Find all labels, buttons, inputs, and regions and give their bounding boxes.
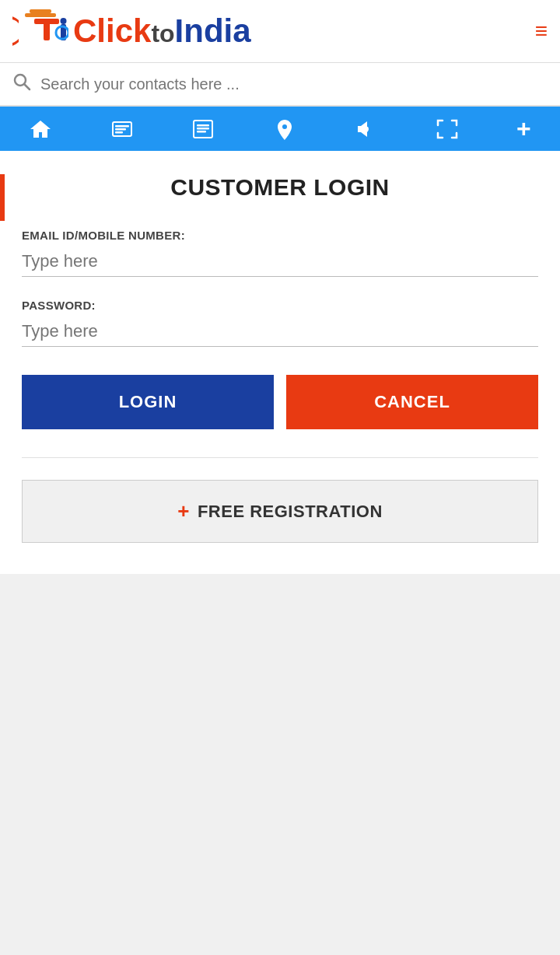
register-plus-icon: + xyxy=(177,499,190,523)
password-group: PASSWORD: xyxy=(22,299,538,347)
svg-rect-14 xyxy=(197,128,209,130)
register-label: FREE REGISTRATION xyxy=(198,502,383,522)
logo-area: Click to India xyxy=(12,8,251,54)
register-button[interactable]: + FREE REGISTRATION xyxy=(22,480,538,543)
svg-rect-15 xyxy=(197,131,206,133)
nav-more[interactable]: + xyxy=(516,114,531,143)
nav-home[interactable] xyxy=(29,118,52,140)
svg-rect-3 xyxy=(44,19,50,40)
nav-news[interactable] xyxy=(191,118,215,140)
logo-india: India xyxy=(175,15,251,47)
login-button[interactable]: LOGIN xyxy=(22,375,274,429)
svg-line-7 xyxy=(25,85,30,90)
nav-location[interactable] xyxy=(273,117,296,141)
divider xyxy=(22,457,538,458)
logo-text: Click to India xyxy=(73,15,251,47)
email-group: EMAIL ID/MOBILE NUMBER: xyxy=(22,229,538,277)
svg-rect-11 xyxy=(115,131,123,134)
logo-click: Click xyxy=(73,15,151,47)
password-input[interactable] xyxy=(22,317,538,347)
email-input[interactable] xyxy=(22,247,538,277)
search-input[interactable] xyxy=(40,75,548,93)
search-bar xyxy=(0,63,560,107)
hamburger-icon[interactable]: ≡ xyxy=(535,19,548,44)
action-buttons: LOGIN CANCEL xyxy=(22,375,538,429)
svg-rect-9 xyxy=(115,125,129,128)
nav-bar: + xyxy=(0,107,560,151)
svg-rect-10 xyxy=(115,128,126,131)
nav-scan[interactable] xyxy=(436,118,459,140)
page-title: CUSTOMER LOGIN xyxy=(22,174,538,201)
svg-rect-0 xyxy=(30,9,51,13)
logo-to: to xyxy=(151,21,174,46)
main-content: CUSTOMER LOGIN EMAIL ID/MOBILE NUMBER: P… xyxy=(0,151,560,574)
email-label: EMAIL ID/MOBILE NUMBER: xyxy=(22,229,538,242)
logo-svg-icon xyxy=(12,8,68,54)
svg-rect-13 xyxy=(197,124,209,127)
header: Click to India ≡ xyxy=(0,0,560,63)
bottom-space xyxy=(0,574,560,761)
search-icon xyxy=(12,72,31,96)
svg-rect-1 xyxy=(25,13,56,17)
nav-announce[interactable] xyxy=(354,118,377,140)
password-label: PASSWORD: xyxy=(22,299,538,312)
svg-point-5 xyxy=(61,18,67,24)
cancel-button[interactable]: CANCEL xyxy=(286,375,538,429)
nav-inbox[interactable] xyxy=(110,118,134,140)
